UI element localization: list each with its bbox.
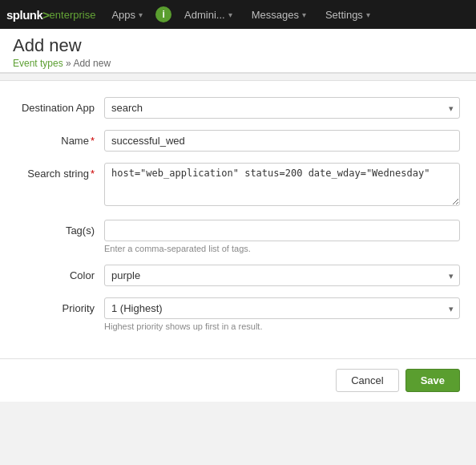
breadcrumb-separator: » [66,58,73,69]
form-row-name: Name* [16,130,460,152]
nav-info-icon[interactable]: i [155,6,171,22]
nav-item-settings[interactable]: Settings ▾ [316,0,380,29]
section-separator [0,73,476,81]
brand-splunk-text: splunk> [6,8,50,22]
form-row-tags: Tag(s) Enter a comma-separated list of t… [16,220,460,253]
priority-label: Priority [16,297,104,314]
save-button[interactable]: Save [405,369,460,392]
color-select[interactable]: none purple blue green red orange yellow [104,265,460,286]
search-string-required: * [91,168,95,180]
page-header: Add new Event types » Add new [0,29,476,73]
nav-apps-caret: ▾ [139,10,143,19]
priority-wrap: 1 (Highest) 2 3 4 5 6 7 (Lowest) ▾ Highe… [104,297,460,331]
breadcrumb: Event types » Add new [13,58,463,69]
destination-app-wrap: search launcher splunk_httpinput ▾ [104,97,460,119]
nav-item-messages[interactable]: Messages ▾ [242,0,316,29]
navbar: splunk> enterprise Apps ▾ i Admini... ▾ … [0,0,476,29]
content-area: Destination App search launcher splunk_h… [0,81,476,402]
nav-admin-label: Admini... [184,9,225,21]
tags-hint: Enter a comma-separated list of tags. [104,244,460,253]
priority-select-wrap: 1 (Highest) 2 3 4 5 6 7 (Lowest) ▾ [104,297,460,319]
tags-input[interactable] [104,220,460,241]
search-string-wrap [104,163,460,208]
nav-item-apps[interactable]: Apps ▾ [102,0,152,29]
search-string-label: Search string* [16,163,104,180]
nav-settings-label: Settings [325,9,363,21]
breadcrumb-current: Add new [73,58,111,69]
nav-apps-label: Apps [111,9,135,21]
brand-logo[interactable]: splunk> enterprise [6,8,95,22]
brand-enterprise-text: enterprise [50,9,96,21]
nav-messages-caret: ▾ [302,10,306,19]
nav-settings-caret: ▾ [366,10,370,19]
color-wrap: none purple blue green red orange yellow… [104,265,460,286]
priority-hint: Highest priority shows up first in a res… [104,321,460,331]
name-required: * [91,135,95,147]
form-row-destination-app: Destination App search launcher splunk_h… [16,97,460,119]
destination-app-select[interactable]: search launcher splunk_httpinput [104,97,460,119]
name-input[interactable] [104,130,460,152]
name-label: Name* [16,130,104,147]
form-row-priority: Priority 1 (Highest) 2 3 4 5 6 7 (Lowest… [16,297,460,331]
cancel-button[interactable]: Cancel [336,369,398,392]
destination-app-select-wrap: search launcher splunk_httpinput ▾ [104,97,460,119]
color-select-wrap: none purple blue green red orange yellow… [104,265,460,286]
form-row-color: Color none purple blue green red orange … [16,265,460,286]
tags-wrap: Enter a comma-separated list of tags. [104,220,460,253]
name-wrap [104,130,460,152]
form-section: Destination App search launcher splunk_h… [0,97,476,358]
nav-messages-label: Messages [252,9,299,21]
priority-select[interactable]: 1 (Highest) 2 3 4 5 6 7 (Lowest) [104,297,460,319]
tags-label: Tag(s) [16,220,104,237]
destination-app-label: Destination App [16,97,104,114]
nav-admin-caret: ▾ [228,10,232,19]
search-string-textarea[interactable] [104,163,460,206]
form-row-search-string: Search string* [16,163,460,208]
nav-item-admin[interactable]: Admini... ▾ [175,0,242,29]
form-actions: Cancel Save [0,358,476,402]
page-title: Add new [13,35,463,56]
color-label: Color [16,265,104,281]
breadcrumb-link[interactable]: Event types [13,58,63,69]
